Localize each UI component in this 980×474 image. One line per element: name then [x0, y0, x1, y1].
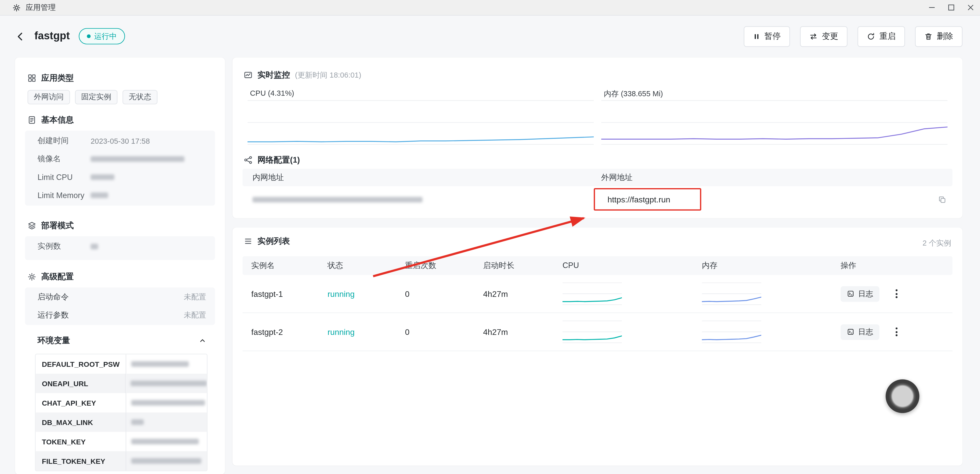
delete-button-label: 删除 [937, 31, 953, 42]
log-file-icon [847, 328, 854, 336]
adv-value: 未配置 [184, 292, 206, 302]
page-title: fastgpt [35, 30, 70, 43]
network-table-header: 内网地址 外网地址 [242, 169, 953, 186]
monitor-head: 实时监控 (更新时间 18:06:01) [244, 70, 361, 81]
app-type-title: 应用类型 [41, 73, 74, 84]
env-key: ONEAPI_URL [36, 380, 125, 387]
deploy-mode-title: 部署模式 [41, 220, 74, 231]
redacted-value [91, 192, 108, 198]
redacted-value [91, 156, 184, 162]
log-button[interactable]: 日志 [841, 286, 880, 301]
instance-operations: 日志 [841, 324, 953, 339]
env-row: TOKEN_KEY [36, 432, 207, 451]
external-url[interactable]: https://fastgpt.run [601, 195, 670, 204]
env-vars-table: DEFAULT_ROOT_PSW ONEAPI_URL CHAT_API_KEY… [35, 354, 208, 471]
log-button-label: 日志 [858, 326, 873, 337]
change-button-label: 变更 [822, 31, 838, 42]
env-value [126, 412, 207, 432]
redacted-value [131, 400, 205, 406]
delete-button[interactable]: 删除 [915, 26, 963, 47]
trash-icon [924, 32, 932, 40]
env-title: 环境变量 [38, 335, 70, 346]
redacted-value [253, 197, 423, 202]
instance-status: running [328, 327, 405, 337]
window-title: 应用管理 [25, 2, 56, 13]
window-close-button[interactable] [961, 0, 980, 15]
instance-name: fastgpt-2 [251, 327, 328, 337]
env-key: DB_MAX_LINK [36, 418, 126, 426]
info-label: 镜像名 [38, 154, 91, 164]
env-key: DEFAULT_ROOT_PSW [36, 360, 126, 367]
log-button[interactable]: 日志 [841, 324, 880, 339]
app-window: 应用管理 fastgpt 运行中 [0, 0, 980, 474]
pause-button-label: 暂停 [764, 31, 781, 42]
kebab-menu-icon[interactable] [894, 326, 899, 337]
col-header-internal-address: 内网地址 [242, 172, 601, 183]
monitoring-card: 实时监控 (更新时间 18:06:01) CPU (4.31%) 内存 (338… [232, 57, 963, 218]
instance-row: fastgpt-2 running 0 4h27m 日志 [242, 313, 953, 351]
env-key: FILE_TOKEN_KEY [36, 457, 126, 464]
change-arrows-icon [810, 32, 818, 40]
log-button-label: 日志 [858, 288, 873, 299]
env-key: CHAT_API_KEY [36, 399, 126, 406]
list-icon [244, 237, 253, 245]
env-row: DB_MAX_LINK [36, 412, 207, 432]
instances-table: 实例名 状态 重启次数 启动时长 CPU 内存 操作 fastgpt-1 run… [242, 256, 953, 351]
status-dot-icon [87, 35, 91, 38]
tag-external-access: 外网访问 [27, 90, 70, 104]
col-header-memory: 内存 [702, 260, 841, 271]
app-type-tags: 外网访问 固定实例 无状态 [27, 90, 158, 104]
instance-row: fastgpt-1 running 0 4h27m 日志 [242, 275, 953, 313]
cpu-usage-chart [248, 100, 594, 145]
internal-address-cell [242, 194, 601, 205]
instance-cpu-sparkline [563, 283, 622, 305]
env-value [126, 432, 207, 451]
info-label: Limit Memory [38, 191, 91, 200]
adv-row-run-params: 运行参数 未配置 [25, 306, 215, 324]
window-maximize-button[interactable] [941, 0, 961, 15]
layers-icon [27, 221, 36, 230]
col-header-cpu: CPU [563, 261, 702, 270]
instance-cpu-sparkline [563, 321, 622, 343]
document-icon [27, 116, 36, 124]
basic-info-section-head: 基本信息 [27, 115, 74, 126]
instance-restarts: 0 [405, 289, 483, 298]
env-row: CHAT_API_KEY [36, 393, 207, 412]
instance-status: running [328, 289, 405, 298]
env-value [126, 451, 207, 471]
redacted-value [131, 380, 207, 386]
info-label: 实例数 [38, 241, 91, 252]
grid-icon [27, 74, 36, 83]
change-button[interactable]: 变更 [800, 26, 848, 47]
chevron-up-icon[interactable] [199, 337, 206, 344]
advanced-block: 启动命令 未配置 运行参数 未配置 [25, 288, 215, 325]
restart-button[interactable]: 重启 [858, 26, 905, 47]
mem-chart-label: 内存 (338.655 Mi) [604, 89, 663, 100]
info-label: Limit CPU [38, 173, 91, 181]
pause-icon [753, 33, 760, 40]
network-table: 内网地址 外网地址 https://fastgpt.run [242, 169, 953, 212]
tag-fixed-instance: 固定实例 [75, 90, 118, 104]
basic-info-block: 创建时间 2023-05-30 17:58 镜像名 Limit CPU Limi… [25, 131, 215, 206]
redacted-value [91, 174, 115, 180]
instances-head: 实例列表 [244, 235, 290, 247]
pause-button[interactable]: 暂停 [744, 26, 790, 47]
back-button[interactable] [15, 31, 26, 41]
window-minimize-button[interactable] [922, 0, 941, 15]
kebab-menu-icon[interactable] [894, 288, 899, 299]
redacted-value [131, 419, 144, 425]
status-badge-label: 运行中 [94, 31, 117, 41]
adv-label: 启动命令 [38, 292, 69, 302]
redacted-value [91, 244, 98, 250]
redacted-value [131, 361, 189, 367]
header-actions: 暂停 变更 重启 [744, 26, 963, 47]
instance-memory-sparkline [702, 321, 761, 343]
instances-table-header: 实例名 状态 重启次数 启动时长 CPU 内存 操作 [242, 256, 953, 275]
env-row: ONEAPI_URL [36, 374, 207, 393]
instances-title: 实例列表 [258, 235, 290, 247]
redacted-value [131, 458, 201, 464]
redacted-value [131, 439, 199, 444]
copy-icon[interactable] [938, 195, 946, 204]
app-type-section-head: 应用类型 [27, 73, 74, 84]
cpu-chart-label: CPU (4.31%) [250, 89, 294, 97]
